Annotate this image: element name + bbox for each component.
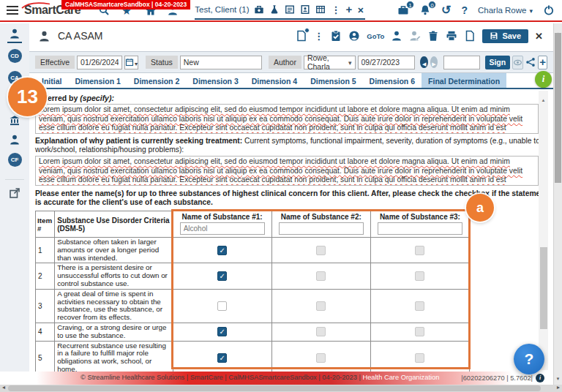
annotation-substep-a: a bbox=[466, 194, 494, 222]
goto-button[interactable]: GoTo bbox=[367, 32, 384, 40]
substance-1-input[interactable] bbox=[180, 222, 265, 235]
clipboard-check-icon[interactable] bbox=[330, 30, 342, 42]
effective-date-input[interactable] bbox=[77, 56, 122, 69]
client-profile-icon[interactable] bbox=[348, 30, 360, 42]
referred-by-label: Referred by (specify): bbox=[35, 94, 550, 102]
sidebar-item-cf[interactable]: CF bbox=[8, 153, 22, 167]
print-icon[interactable] bbox=[446, 30, 457, 42]
client-id-badge-icon[interactable] bbox=[300, 4, 310, 15]
criteria-checkbox bbox=[415, 271, 424, 281]
referred-by-textarea[interactable]: Lorem ipsum dolor sit amet, consectetur … bbox=[35, 104, 539, 134]
item-number: 3 bbox=[36, 289, 55, 323]
chevron-down-icon bbox=[348, 58, 352, 67]
document-header: CA ASAM GoTo Save bbox=[29, 23, 553, 48]
sign-button[interactable]: Sign bbox=[485, 56, 510, 69]
table-header-row: Item # Substance Use Disorder Criteria (… bbox=[36, 211, 470, 238]
signed-date-input[interactable] bbox=[358, 56, 415, 69]
horizontal-scrollbar[interactable] bbox=[0, 385, 562, 392]
notifications-bell-icon[interactable]: 0 bbox=[419, 4, 431, 16]
criteria-checkbox[interactable] bbox=[217, 301, 227, 311]
criteria-checkbox[interactable] bbox=[217, 353, 227, 363]
footer-org-text: Health Care Organization bbox=[362, 374, 439, 381]
scroll-up-icon[interactable] bbox=[539, 91, 548, 105]
logo-swoosh-icon bbox=[20, 1, 51, 10]
client-tab[interactable]: Test, Client (1) bbox=[195, 1, 365, 20]
scroll-down-icon[interactable] bbox=[554, 370, 562, 383]
client-name[interactable]: Test, Client (1) bbox=[195, 5, 249, 14]
scroll-left-icon[interactable] bbox=[2, 384, 5, 391]
author-label: Author bbox=[269, 56, 301, 69]
sidebar-client-person-icon[interactable] bbox=[9, 28, 20, 39]
save-disk-icon bbox=[490, 31, 498, 40]
footer-info-icon[interactable]: i bbox=[536, 374, 544, 382]
share-icon[interactable] bbox=[525, 56, 536, 69]
grid-view-icon[interactable] bbox=[315, 4, 326, 15]
content-scrollbar[interactable] bbox=[539, 91, 548, 370]
criteria-checkbox bbox=[316, 353, 326, 363]
seeking-treatment-textarea[interactable]: Lorem ipsum dolor sit amet, consectetur … bbox=[35, 156, 539, 186]
help-bubble-button[interactable]: ? bbox=[514, 344, 544, 374]
tab-dimension-2[interactable]: Dimension 2 bbox=[127, 73, 186, 88]
history-icon[interactable] bbox=[441, 4, 451, 17]
client-more-icon[interactable] bbox=[331, 3, 340, 16]
assign-person-icon[interactable] bbox=[391, 30, 402, 42]
substance-2-input[interactable] bbox=[279, 222, 364, 235]
window-scrollbar[interactable] bbox=[553, 23, 562, 385]
criteria-checkbox[interactable] bbox=[217, 271, 227, 281]
form-content: Referred by (specify): Lorem ipsum dolor… bbox=[29, 89, 550, 372]
logout-power-icon[interactable] bbox=[543, 4, 555, 16]
open-new-client-icon[interactable] bbox=[345, 3, 352, 16]
menu-icon[interactable] bbox=[7, 6, 18, 15]
top-navigation-bar: SmartCare CalMHSASmartcareSandbox | 04-2… bbox=[0, 0, 562, 22]
sidebar-active-indicator bbox=[7, 42, 22, 43]
criteria-checkbox[interactable] bbox=[217, 246, 227, 255]
author-select[interactable]: Rowe, Charla bbox=[304, 56, 356, 69]
tab-dimension-4[interactable]: Dimension 4 bbox=[245, 73, 304, 88]
sidebar-item-cd[interactable]: CD bbox=[8, 49, 22, 63]
close-client-tab-icon[interactable] bbox=[357, 3, 364, 16]
password-to-sign-input[interactable] bbox=[443, 56, 480, 69]
tab-dimension-1[interactable]: Dimension 1 bbox=[68, 73, 127, 88]
external-link-icon[interactable] bbox=[9, 187, 20, 199]
lab-flask-icon[interactable] bbox=[269, 4, 280, 15]
next-document-button[interactable] bbox=[430, 56, 438, 68]
item-number: 5 bbox=[36, 341, 55, 372]
export-document-icon[interactable] bbox=[464, 30, 476, 42]
substance-2-header: Name of Substance #2: bbox=[271, 211, 370, 238]
item-number: 2 bbox=[36, 263, 55, 289]
form-info-icon[interactable]: i bbox=[535, 71, 552, 88]
close-document-icon[interactable] bbox=[535, 29, 543, 42]
sidebar-person-icon[interactable] bbox=[9, 134, 20, 146]
save-button[interactable]: Save bbox=[482, 29, 528, 43]
toolbar-more-icon[interactable] bbox=[314, 29, 323, 42]
tab-dimension-5[interactable]: Dimension 5 bbox=[304, 73, 362, 88]
criteria-header: Substance Use Disorder Criteria (DSM-5) bbox=[55, 211, 173, 238]
item-number: 1 bbox=[36, 238, 55, 263]
content-scrollbar-thumb[interactable] bbox=[540, 247, 547, 329]
delete-trash-icon[interactable] bbox=[427, 30, 439, 42]
effective-label: Effective bbox=[35, 56, 75, 69]
tab-dimension-3[interactable]: Dimension 3 bbox=[186, 73, 244, 88]
tab-final-determination[interactable]: Final Determination bbox=[422, 73, 506, 88]
new-document-icon[interactable] bbox=[296, 30, 307, 42]
user-menu[interactable]: Charla Rowe bbox=[478, 6, 533, 15]
add-new-button[interactable]: + bbox=[538, 56, 547, 69]
scroll-right-icon[interactable] bbox=[557, 384, 560, 391]
criteria-checkbox[interactable] bbox=[217, 327, 227, 336]
sidebar-bank-icon[interactable] bbox=[9, 115, 20, 127]
help-icon[interactable] bbox=[461, 4, 468, 17]
criteria-checkbox bbox=[316, 327, 326, 336]
window-scrollbar-thumb[interactable] bbox=[555, 33, 561, 183]
document-toolbar: GoTo Save bbox=[296, 29, 543, 43]
preview-eye-icon bbox=[512, 56, 524, 69]
inbox-briefcase-icon[interactable]: 1 bbox=[397, 4, 409, 16]
alerts-count-badge: 0 bbox=[428, 1, 436, 9]
tab-dimension-6[interactable]: Dimension 6 bbox=[363, 73, 422, 88]
calendar-icon[interactable] bbox=[124, 56, 138, 69]
horizontal-scrollbar-thumb[interactable] bbox=[8, 385, 541, 391]
substance-3-input[interactable] bbox=[378, 222, 462, 235]
client-case-icon[interactable] bbox=[254, 4, 264, 15]
prev-document-button[interactable] bbox=[420, 56, 427, 68]
sidebar-divider bbox=[5, 179, 24, 180]
documents-list-icon[interactable] bbox=[285, 4, 295, 15]
